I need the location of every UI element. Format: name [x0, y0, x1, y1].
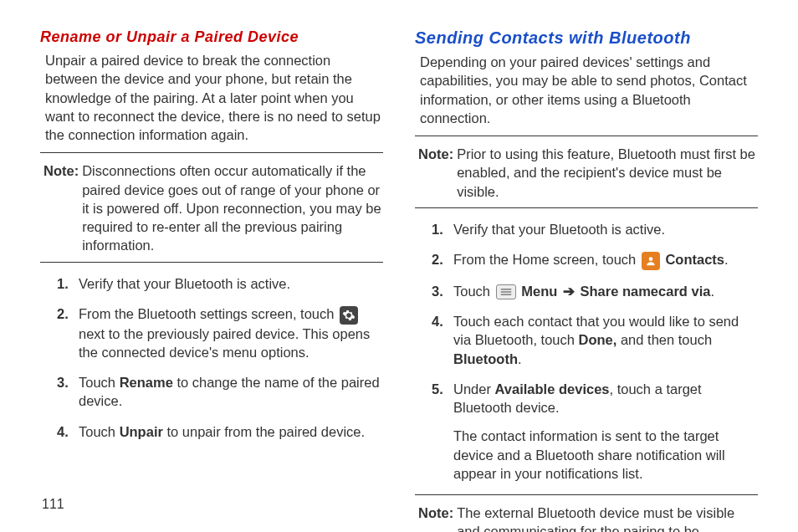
heading-rename-unpair: Rename or Unpair a Paired Device	[40, 28, 383, 46]
note-body: Prior to using this feature, Bluetooth m…	[457, 145, 758, 201]
step-subtext: The contact information is sent to the t…	[453, 427, 758, 483]
note-label: Note:	[418, 504, 453, 532]
step-text: Touch each contact that you would like t…	[453, 312, 758, 368]
page-columns: Rename or Unpair a Paired Device Unpair …	[40, 28, 758, 532]
svg-rect-3	[500, 294, 511, 295]
bold-text: Done,	[579, 332, 617, 347]
text: From the Bluetooth settings screen, touc…	[79, 306, 338, 321]
note-block: Note: The external Bluetooth device must…	[418, 504, 758, 532]
step-number: 4.	[57, 422, 79, 441]
step-text: Verify that your Bluetooth is active.	[79, 274, 383, 293]
bold-text: Rename	[120, 375, 173, 390]
step-number: 4.	[432, 312, 453, 368]
left-column: Rename or Unpair a Paired Device Unpair …	[40, 28, 383, 532]
step-text: Touch Menu ➔ Share namecard via.	[453, 282, 758, 300]
step-number: 2.	[432, 250, 453, 270]
divider	[415, 494, 758, 495]
text: to unpair from the paired device.	[163, 424, 365, 439]
step-number: 3.	[57, 373, 79, 411]
step-text: Verify that your Bluetooth is active.	[453, 220, 758, 238]
intro-paragraph: Unpair a paired device to break the conn…	[45, 51, 383, 144]
list-item: 1. Verify that your Bluetooth is active.	[432, 220, 758, 238]
gear-icon	[340, 306, 358, 325]
svg-rect-1	[500, 289, 511, 290]
text: Touch	[453, 284, 494, 299]
step-number: 1.	[432, 220, 453, 238]
svg-rect-2	[500, 292, 511, 293]
note-label: Note:	[418, 145, 453, 201]
step-text: Touch Unpair to unpair from the paired d…	[79, 422, 383, 441]
arrow-icon: ➔	[563, 284, 575, 299]
bold-text: Menu	[521, 284, 557, 299]
list-item: 4. Touch each contact that you would lik…	[432, 312, 758, 368]
bold-text: Contacts	[665, 252, 724, 267]
step-number: 1.	[57, 274, 79, 293]
list-item: 5. Under Available devices, touch a targ…	[432, 380, 758, 483]
steps-list: 1. Verify that your Bluetooth is active.…	[57, 274, 383, 441]
divider	[415, 207, 758, 208]
step-text: Touch Rename to change the name of the p…	[79, 373, 383, 411]
text: .	[710, 284, 714, 299]
note-label: Note:	[43, 161, 79, 254]
text: next to the previously paired device. Th…	[79, 326, 370, 360]
text: Touch	[79, 424, 120, 439]
divider	[40, 152, 383, 153]
page-number: 111	[42, 497, 64, 512]
list-item: 2. From the Bluetooth settings screen, t…	[57, 304, 383, 361]
list-item: 2. From the Home screen, touch Contacts.	[432, 250, 758, 270]
note-block: Note: Prior to using this feature, Bluet…	[418, 145, 758, 201]
text: .	[518, 351, 522, 366]
list-item: 3. Touch Menu ➔ Share namecard via.	[432, 282, 758, 300]
step-text: Under Available devices, touch a target …	[453, 380, 758, 483]
step-text: From the Home screen, touch Contacts.	[453, 250, 758, 270]
contacts-icon	[642, 252, 660, 270]
svg-point-0	[649, 257, 653, 261]
text: Touch	[79, 375, 120, 390]
text: .	[724, 252, 729, 267]
menu-icon	[496, 284, 516, 299]
step-number: 3.	[432, 282, 453, 300]
text: Under	[453, 381, 495, 396]
bold-text: Available devices	[495, 381, 610, 396]
note-block: Note: Disconnections often occur automat…	[43, 161, 383, 254]
intro-paragraph: Depending on your paired devices' settin…	[420, 53, 758, 127]
text: and then touch	[616, 332, 712, 347]
right-column: Sending Contacts with Bluetooth Dependin…	[415, 28, 758, 532]
heading-sending-contacts: Sending Contacts with Bluetooth	[415, 28, 758, 48]
note-body: Disconnections often occur automatically…	[82, 161, 383, 254]
step-number: 5.	[432, 380, 453, 483]
list-item: 3. Touch Rename to change the name of th…	[57, 373, 383, 411]
list-item: 4. Touch Unpair to unpair from the paire…	[57, 422, 383, 441]
bold-text: Bluetooth	[453, 351, 518, 366]
list-item: 1. Verify that your Bluetooth is active.	[57, 274, 383, 293]
step-text: From the Bluetooth settings screen, touc…	[79, 304, 383, 361]
text: From the Home screen, touch	[453, 252, 640, 267]
bold-text: Unpair	[120, 424, 163, 439]
step-number: 2.	[57, 304, 79, 361]
bold-text: Share namecard via	[581, 284, 711, 299]
steps-list: 1. Verify that your Bluetooth is active.…	[432, 220, 758, 483]
note-body: The external Bluetooth device must be vi…	[457, 504, 758, 532]
divider	[40, 262, 383, 263]
divider	[415, 136, 758, 136]
